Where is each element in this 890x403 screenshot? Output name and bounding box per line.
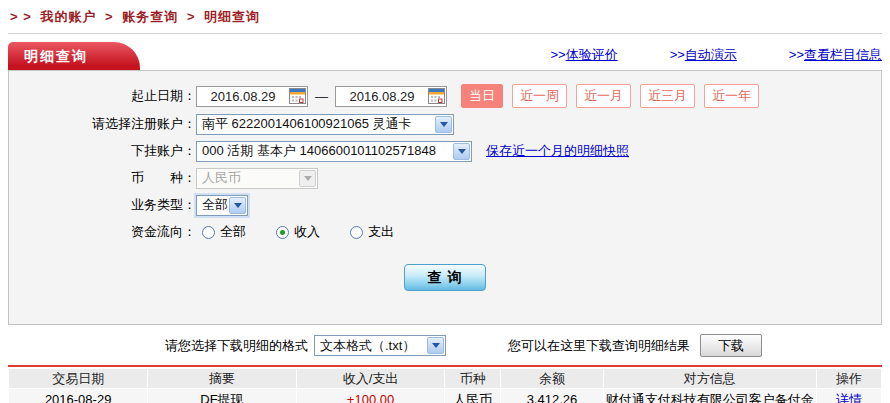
quick-range-week-button[interactable]: 近一周: [512, 84, 567, 108]
start-date-value: 2016.08.29: [197, 89, 289, 104]
registered-account-row: 请选择注册账户： 南平 6222001406100921065 灵通卡: [9, 113, 881, 135]
radio-checked-icon[interactable]: [276, 226, 289, 239]
chevron-down-icon[interactable]: [229, 197, 246, 214]
fund-flow-row: 资金流向： 全部 收入 支出: [9, 221, 881, 243]
col-header-summary: 摘要: [148, 369, 295, 388]
start-date-input[interactable]: 2016.08.29: [196, 86, 308, 107]
sub-account-label: 下挂账户：: [9, 142, 196, 160]
end-date-value: 2016.08.29: [336, 89, 428, 104]
chevron-down-icon[interactable]: [427, 337, 444, 354]
breadcrumb-item-detail-query[interactable]: 明细查询: [204, 9, 260, 24]
query-form-panel: 起止日期： 2016.08.29 — 2016.08.29: [8, 70, 882, 325]
quick-range-year-button[interactable]: 近一年: [704, 84, 759, 108]
date-range-label: 起止日期：: [9, 87, 196, 105]
breadcrumb-separator: >: [105, 9, 114, 24]
breadcrumb-chevrons: > >: [10, 9, 32, 24]
calendar-icon[interactable]: [289, 88, 306, 104]
business-type-row: 业务类型： 全部: [9, 194, 881, 216]
cell-counterparty: 财付通支付科技有限公司客户备付金: [604, 389, 816, 403]
fund-flow-option-income[interactable]: 收入: [276, 223, 320, 241]
download-format-label: 请您选择下载明细的格式: [165, 337, 308, 355]
col-header-currency: 币种: [445, 369, 500, 388]
registered-account-label: 请选择注册账户：: [9, 115, 196, 133]
col-header-counterparty: 对方信息: [604, 369, 816, 388]
end-date-input[interactable]: 2016.08.29: [335, 86, 447, 107]
breadcrumb-divider: [8, 33, 882, 34]
table-divider: [8, 365, 882, 367]
fund-flow-label: 资金流向：: [9, 223, 196, 241]
cell-balance: 3,412.26: [501, 389, 603, 403]
download-hint: 您可以在这里下载查询明细结果: [508, 337, 690, 355]
currency-row: 币 种： 人民币: [9, 167, 881, 189]
breadcrumb-item-my-account[interactable]: 我的账户: [40, 9, 96, 24]
business-type-label: 业务类型：: [9, 196, 196, 214]
cell-currency: 人民币: [445, 389, 500, 403]
quick-range-3months-button[interactable]: 近三月: [640, 84, 695, 108]
query-button-row: 查 询: [9, 264, 881, 291]
col-header-date: 交易日期: [9, 369, 147, 388]
sub-account-select[interactable]: 000 活期 基本户 1406600101102571848: [196, 141, 472, 162]
save-snapshot-link[interactable]: 保存近一个月的明细快照: [486, 142, 629, 160]
cell-summary: DF提现: [148, 389, 295, 403]
table-header-row: 交易日期 摘要 收入/支出 币种 余额 对方信息 操作: [9, 369, 881, 388]
radio-unchecked-icon[interactable]: [350, 226, 363, 239]
fund-flow-option-all[interactable]: 全部: [202, 223, 246, 241]
fund-flow-option-expense[interactable]: 支出: [350, 223, 394, 241]
query-button[interactable]: 查 询: [404, 264, 486, 291]
currency-select: 人民币: [196, 168, 318, 189]
col-header-amount: 收入/支出: [297, 369, 445, 388]
col-header-action: 操作: [817, 369, 881, 388]
chevron-down-icon: [299, 170, 316, 187]
business-type-select[interactable]: 全部: [196, 195, 248, 216]
link-experience-rating[interactable]: >>体验评价: [550, 46, 617, 64]
quick-range-month-button[interactable]: 近一月: [576, 84, 631, 108]
calendar-icon[interactable]: [428, 88, 445, 104]
cell-amount: +100.00: [297, 389, 445, 403]
header-links: >>体验评价 >>自动演示 >>查看栏目信息: [550, 46, 882, 70]
chevron-down-icon[interactable]: [435, 116, 452, 133]
cell-date: 2016-08-29: [9, 389, 147, 403]
col-header-balance: 余额: [501, 369, 603, 388]
breadcrumb-item-account-query[interactable]: 账务查询: [122, 9, 178, 24]
date-range-dash: —: [315, 89, 328, 104]
link-auto-demo[interactable]: >>自动演示: [670, 46, 737, 64]
download-format-select[interactable]: 文本格式（.txt）: [314, 335, 446, 356]
currency-label: 币 种：: [9, 169, 196, 187]
table-row: 2016-08-29 DF提现 +100.00 人民币 3,412.26 财付通…: [9, 389, 881, 403]
transactions-table: 交易日期 摘要 收入/支出 币种 余额 对方信息 操作 2016-08-29 D…: [8, 368, 882, 403]
chevron-down-icon[interactable]: [453, 143, 470, 160]
radio-unchecked-icon[interactable]: [202, 226, 215, 239]
detail-link[interactable]: 详情: [836, 392, 862, 403]
fund-flow-options: 全部 收入 支出: [202, 223, 394, 241]
tab-detail-query: 明细查询: [8, 42, 140, 70]
section-header: 明细查询 >>体验评价 >>自动演示 >>查看栏目信息: [8, 41, 882, 70]
link-column-info[interactable]: >>查看栏目信息: [789, 46, 882, 64]
sub-account-row: 下挂账户： 000 活期 基本户 1406600101102571848 保存近…: [9, 140, 881, 162]
breadcrumb-separator: >: [187, 9, 196, 24]
download-button[interactable]: 下载: [700, 334, 762, 357]
quick-range-today-button[interactable]: 当日: [461, 84, 503, 108]
download-row: 请您选择下载明细的格式 文本格式（.txt） 您可以在这里下载查询明细结果 下载: [165, 334, 882, 357]
date-range-row: 起止日期： 2016.08.29 — 2016.08.29: [9, 84, 881, 108]
breadcrumb: > > 我的账户 > 账务查询 > 明细查询: [10, 8, 890, 26]
registered-account-select[interactable]: 南平 6222001406100921065 灵通卡: [196, 114, 454, 135]
